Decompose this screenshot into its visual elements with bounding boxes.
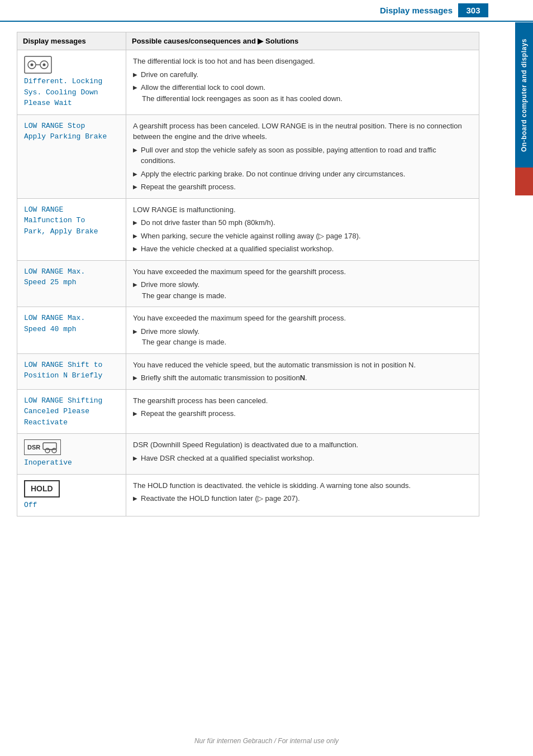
- display-message-cell: Different. Locking Sys. Cooling Down Ple…: [17, 50, 126, 115]
- diff-lock-icon: [24, 56, 119, 74]
- col2-header: Possible causes/consequences and ▶ Solut…: [126, 32, 479, 50]
- table-row: LOW RANGE Max. Speed 25 mphYou have exce…: [17, 260, 479, 307]
- table-header-row: Display messages Possible causes/consequ…: [17, 32, 479, 50]
- display-message-cell: LOW RANGE Shifting Canceled Please React…: [17, 389, 126, 434]
- col1-header: Display messages: [17, 32, 126, 50]
- svg-point-4: [31, 64, 34, 66]
- table-row: LOW RANGE Max. Speed 40 mphYou have exce…: [17, 307, 479, 354]
- hold-icon: HOLD: [24, 480, 119, 500]
- section-title: Display messages: [380, 6, 453, 15]
- chapter-tab-marker: [515, 168, 533, 195]
- solutions-cell: The differential lock is too hot and has…: [126, 50, 479, 115]
- display-message-cell: LOW RANGE Max. Speed 40 mph: [17, 307, 126, 354]
- solutions-cell: You have reduced the vehicle speed, but …: [126, 353, 479, 389]
- display-message-cell: LOW RANGE Stop Apply Parking Brake: [17, 114, 126, 198]
- dsr-icon: DSR: [24, 439, 119, 457]
- svg-point-6: [45, 448, 50, 453]
- footer-text: Nur für internen Gebrauch / For internal…: [0, 737, 533, 745]
- main-content: Display messages Possible causes/consequ…: [0, 22, 513, 528]
- chapter-tab: On-board computer and displays: [515, 22, 533, 168]
- display-message-cell: DSR Inoperative: [17, 434, 126, 475]
- solutions-cell: A gearshift process has been canceled. L…: [126, 114, 479, 198]
- solutions-cell: You have exceeded the maximum speed for …: [126, 307, 479, 354]
- solutions-cell: You have exceeded the maximum speed for …: [126, 260, 479, 307]
- table-row: LOW RANGE Shift to Position N BrieflyYou…: [17, 353, 479, 389]
- page-header: Display messages 303: [0, 0, 533, 22]
- solutions-cell: LOW RANGE is malfunctioning.Do not drive…: [126, 198, 479, 260]
- display-message-cell: LOW RANGE Max. Speed 25 mph: [17, 260, 126, 307]
- table-row: Different. Locking Sys. Cooling Down Ple…: [17, 50, 479, 115]
- display-messages-table: Display messages Possible causes/consequ…: [17, 32, 479, 516]
- table-row: LOW RANGE Shifting Canceled Please React…: [17, 389, 479, 434]
- table-row: DSR InoperativeDSR (Downhill Speed Regul…: [17, 434, 479, 475]
- solutions-cell: The HOLD function is deactivated. the ve…: [126, 474, 479, 516]
- svg-point-5: [43, 64, 46, 66]
- solutions-cell: The gearshift process has been canceled.…: [126, 389, 479, 434]
- table-row: LOW RANGE Malfunction To Park, Apply Bra…: [17, 198, 479, 260]
- table-row: LOW RANGE Stop Apply Parking BrakeA gear…: [17, 114, 479, 198]
- solutions-cell: DSR (Downhill Speed Regulation) is deact…: [126, 434, 479, 475]
- display-message-cell: LOW RANGE Shift to Position N Briefly: [17, 353, 126, 389]
- table-row: HOLDOffThe HOLD function is deactivated.…: [17, 474, 479, 516]
- display-message-cell: HOLDOff: [17, 474, 126, 516]
- page-number: 303: [458, 3, 488, 17]
- display-message-cell: LOW RANGE Malfunction To Park, Apply Bra…: [17, 198, 126, 260]
